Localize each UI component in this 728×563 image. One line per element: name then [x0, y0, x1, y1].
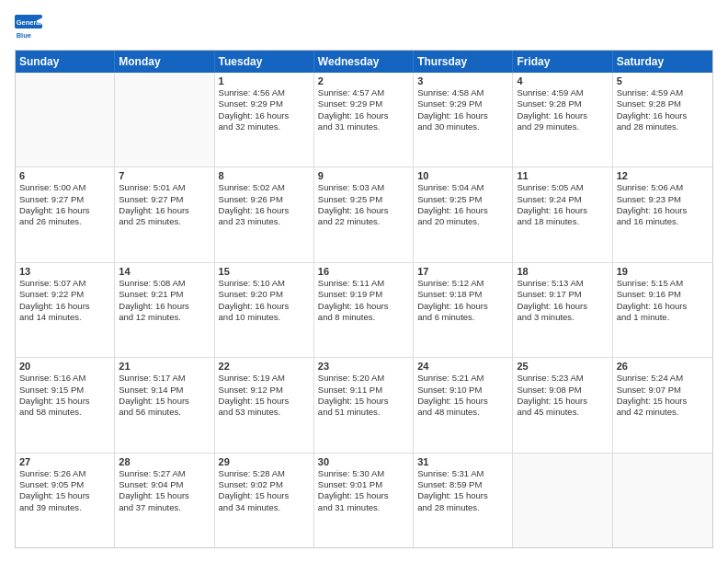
day-info-line: Daylight: 16 hours	[417, 301, 508, 312]
day-info-line: and 30 minutes.	[417, 121, 508, 132]
weekday-header: Friday	[513, 51, 612, 73]
day-info-line: and 34 minutes.	[219, 502, 310, 513]
calendar-header: SundayMondayTuesdayWednesdayThursdayFrid…	[16, 51, 712, 73]
day-info-line: and 8 minutes.	[318, 312, 409, 323]
day-number: 22	[219, 361, 310, 372]
day-info-line: Daylight: 16 hours	[219, 110, 310, 121]
day-info-line: Sunset: 9:16 PM	[617, 289, 709, 300]
day-info-line: Daylight: 15 hours	[318, 396, 409, 407]
day-info-line: and 53 minutes.	[219, 407, 310, 418]
day-number: 7	[119, 170, 210, 181]
day-info-line: Sunrise: 5:06 AM	[617, 182, 709, 193]
day-info-line: Sunrise: 4:58 AM	[417, 87, 508, 98]
day-info-line: Sunset: 9:20 PM	[219, 289, 310, 300]
day-info-line: Sunset: 9:07 PM	[617, 385, 709, 396]
day-info-line: Sunset: 9:21 PM	[119, 289, 210, 300]
day-cell: 14Sunrise: 5:08 AMSunset: 9:21 PMDayligh…	[115, 263, 214, 357]
day-number: 25	[517, 361, 608, 372]
day-info-line: Daylight: 16 hours	[19, 301, 110, 312]
calendar-body: 1Sunrise: 4:56 AMSunset: 9:29 PMDaylight…	[16, 73, 712, 547]
day-info-line: Sunrise: 5:28 AM	[219, 468, 310, 479]
day-cell: 5Sunrise: 4:59 AMSunset: 9:28 PMDaylight…	[613, 73, 712, 167]
day-info-line: Daylight: 15 hours	[617, 396, 709, 407]
day-info-line: and 31 minutes.	[318, 121, 409, 132]
day-info-line: Daylight: 15 hours	[19, 490, 110, 501]
day-info-line: Daylight: 16 hours	[318, 205, 409, 216]
day-number: 23	[318, 361, 409, 372]
day-info-line: Sunrise: 4:59 AM	[517, 87, 608, 98]
day-cell: 23Sunrise: 5:20 AMSunset: 9:11 PMDayligh…	[314, 358, 414, 452]
day-number: 14	[119, 266, 210, 277]
day-info-line: Sunset: 9:25 PM	[417, 194, 508, 205]
day-cell: 20Sunrise: 5:16 AMSunset: 9:15 PMDayligh…	[16, 358, 115, 452]
day-info-line: Daylight: 15 hours	[219, 396, 310, 407]
day-info-line: Daylight: 16 hours	[517, 110, 608, 121]
day-info-line: Daylight: 15 hours	[219, 490, 310, 501]
day-number: 26	[617, 361, 709, 372]
day-info-line: Sunrise: 5:00 AM	[19, 182, 110, 193]
day-cell: 19Sunrise: 5:15 AMSunset: 9:16 PMDayligh…	[613, 263, 712, 357]
day-info-line: Sunset: 9:08 PM	[517, 385, 608, 396]
day-cell: 2Sunrise: 4:57 AMSunset: 9:29 PMDaylight…	[314, 73, 414, 167]
day-info-line: Sunrise: 5:31 AM	[417, 468, 508, 479]
day-number: 19	[617, 266, 709, 277]
weekday-header: Tuesday	[215, 51, 314, 73]
day-info-line: Daylight: 16 hours	[417, 110, 508, 121]
day-number: 13	[19, 266, 110, 277]
calendar-row: 20Sunrise: 5:16 AMSunset: 9:15 PMDayligh…	[16, 358, 712, 453]
day-cell: 7Sunrise: 5:01 AMSunset: 9:27 PMDaylight…	[115, 167, 214, 261]
day-info-line: and 26 minutes.	[19, 216, 110, 227]
day-cell: 31Sunrise: 5:31 AMSunset: 8:59 PMDayligh…	[414, 454, 513, 547]
day-cell: 15Sunrise: 5:10 AMSunset: 9:20 PMDayligh…	[215, 263, 314, 357]
day-cell: 24Sunrise: 5:21 AMSunset: 9:10 PMDayligh…	[414, 358, 513, 452]
day-info-line: Daylight: 15 hours	[19, 396, 110, 407]
day-info-line: Sunrise: 5:08 AM	[119, 278, 210, 289]
day-info-line: Sunset: 9:05 PM	[19, 479, 110, 490]
day-cell: 27Sunrise: 5:26 AMSunset: 9:05 PMDayligh…	[16, 454, 115, 547]
day-cell: 1Sunrise: 4:56 AMSunset: 9:29 PMDaylight…	[215, 73, 314, 167]
day-cell: 28Sunrise: 5:27 AMSunset: 9:04 PMDayligh…	[115, 454, 214, 547]
day-info-line: Sunrise: 5:07 AM	[19, 278, 110, 289]
svg-text:Blue: Blue	[17, 31, 31, 40]
day-cell: 25Sunrise: 5:23 AMSunset: 9:08 PMDayligh…	[513, 358, 612, 452]
day-info-line: Sunrise: 4:59 AM	[617, 87, 709, 98]
day-info-line: Daylight: 16 hours	[417, 205, 508, 216]
day-number: 1	[219, 75, 310, 86]
day-info-line: and 42 minutes.	[617, 407, 709, 418]
day-info-line: Daylight: 16 hours	[219, 205, 310, 216]
day-info-line: and 28 minutes.	[417, 502, 508, 513]
day-info-line: and 12 minutes.	[119, 312, 210, 323]
day-info-line: Sunset: 9:29 PM	[417, 98, 508, 109]
day-number: 6	[19, 170, 110, 181]
day-info-line: Sunset: 9:18 PM	[417, 289, 508, 300]
day-info-line: Sunset: 9:24 PM	[517, 194, 608, 205]
day-info-line: Daylight: 16 hours	[119, 205, 210, 216]
day-info-line: Daylight: 15 hours	[517, 396, 608, 407]
day-info-line: and 51 minutes.	[318, 407, 409, 418]
day-info-line: Daylight: 15 hours	[417, 490, 508, 501]
day-info-line: Sunrise: 5:05 AM	[517, 182, 608, 193]
day-cell: 9Sunrise: 5:03 AMSunset: 9:25 PMDaylight…	[314, 167, 414, 261]
day-info-line: Sunset: 9:19 PM	[318, 289, 409, 300]
day-number: 2	[318, 75, 409, 86]
day-number: 17	[417, 266, 508, 277]
day-info-line: Sunset: 9:11 PM	[318, 385, 409, 396]
day-info-line: Sunrise: 5:20 AM	[318, 373, 409, 384]
day-number: 24	[417, 361, 508, 372]
day-info-line: Daylight: 16 hours	[219, 301, 310, 312]
day-info-line: Sunrise: 5:11 AM	[318, 278, 409, 289]
day-info-line: Sunrise: 5:13 AM	[517, 278, 608, 289]
day-number: 11	[517, 170, 608, 181]
day-number: 8	[219, 170, 310, 181]
day-number: 29	[219, 456, 310, 467]
day-cell: 6Sunrise: 5:00 AMSunset: 9:27 PMDaylight…	[16, 167, 115, 261]
day-info-line: and 6 minutes.	[417, 312, 508, 323]
day-info-line: and 20 minutes.	[417, 216, 508, 227]
day-cell: 29Sunrise: 5:28 AMSunset: 9:02 PMDayligh…	[215, 454, 314, 547]
day-info-line: Sunset: 9:01 PM	[318, 479, 409, 490]
day-info-line: Sunset: 9:27 PM	[119, 194, 210, 205]
day-info-line: Sunrise: 5:16 AM	[19, 373, 110, 384]
day-info-line: Daylight: 15 hours	[119, 490, 210, 501]
day-info-line: and 16 minutes.	[617, 216, 709, 227]
day-number: 21	[119, 361, 210, 372]
